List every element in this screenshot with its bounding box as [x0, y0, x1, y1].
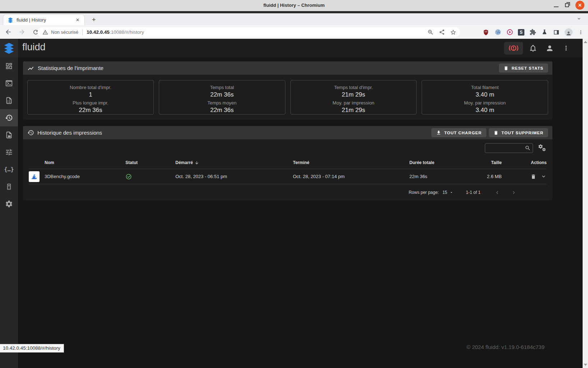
status-success-icon [125, 173, 132, 180]
forward-button[interactable] [17, 27, 27, 37]
extensions-puzzle-icon[interactable] [529, 29, 536, 36]
browser-toolbar: Non sécurisé 10.42.0.45:10088/#/history … [0, 25, 588, 39]
sidebar-item-system[interactable] [0, 178, 18, 195]
printer-stats-title: Statistiques de l'imprimante [38, 65, 104, 71]
row-started: Oct. 28, 2023 - 06:51 pm [175, 174, 293, 179]
notifications-bell-icon[interactable] [527, 42, 539, 55]
fluidd-sidebar: {…} [0, 57, 18, 368]
col-started[interactable]: Démarré [175, 160, 293, 165]
app-version-footer: © 2024 fluidd: v1.19.0-6184c739 [467, 344, 545, 350]
col-duration[interactable]: Durée totale [409, 160, 462, 165]
sidebar-item-timelapse[interactable] [0, 126, 18, 144]
delete-all-button[interactable]: TOUT SUPPRIMER [489, 128, 548, 137]
history-search[interactable] [485, 143, 533, 153]
ublock-extension-icon[interactable]: UO [482, 29, 490, 36]
s-extension-icon[interactable]: S [518, 29, 524, 36]
browser-tabstrip: fluidd | History ✕ + [0, 13, 588, 25]
print-history-title: Historique des impressions [37, 130, 102, 136]
back-button[interactable] [3, 27, 14, 37]
sidebar-item-history[interactable] [0, 109, 18, 126]
sidebar-item-settings[interactable] [0, 195, 18, 213]
search-icon [525, 145, 531, 151]
window-close-button[interactable]: ✕ [575, 1, 584, 10]
fluidd-appbar: fluidd [0, 39, 583, 57]
row-status [125, 173, 175, 180]
previous-page-chevron-icon[interactable] [493, 188, 501, 197]
tab-close-icon[interactable]: ✕ [74, 17, 81, 23]
address-bar[interactable]: Non sécurisé 10.42.0.45:10088/#/history [37, 27, 460, 37]
profile-avatar[interactable] [565, 28, 573, 36]
security-label[interactable]: Non sécurisé [51, 29, 78, 35]
globe-extension-icon[interactable] [494, 29, 501, 36]
stat-box-print-time: Temps total d'impr. 21m 29s Moy. par imp… [290, 80, 417, 115]
row-expand-chevron-icon[interactable] [541, 173, 547, 180]
scrollbar-up-arrow-icon[interactable] [584, 41, 587, 43]
flask-extension-icon[interactable] [541, 29, 548, 36]
sidebar-item-console[interactable] [0, 75, 18, 92]
table-pagination: Rows per page: 15 1-1 of 1 [23, 184, 552, 201]
printer-stats-header: Statistiques de l'imprimante RESET STATS [23, 61, 552, 75]
reset-stats-button[interactable]: RESET STATS [499, 64, 548, 73]
history-table-row[interactable]: 3DBenchy.gcode Oct. 28, 2023 - 06:51 pm … [29, 169, 547, 184]
row-duration: 22m 36s [409, 174, 462, 179]
dropdown-arrow-icon [449, 190, 454, 195]
col-finished[interactable]: Terminé [293, 160, 409, 165]
load-all-button[interactable]: TOUT CHARGER [431, 128, 486, 137]
sidebar-item-macros[interactable]: {…} [0, 161, 18, 178]
security-warning-icon[interactable] [42, 29, 48, 35]
window-restore-button[interactable] [565, 3, 569, 7]
print-history-card: Historique des impressions TOUT CHARGER … [23, 126, 552, 201]
share-icon[interactable] [439, 29, 445, 35]
url-text[interactable]: 10.42.0.45:10088/#/history [87, 29, 144, 35]
window-title: fluidd | History – Chromium [0, 3, 588, 8]
col-name[interactable]: Nom [45, 160, 125, 165]
col-status[interactable]: Statut [125, 160, 175, 165]
url-path: :10088/#/history [110, 29, 144, 35]
row-size: 2.6 MB [462, 174, 502, 179]
svg-text:UO: UO [484, 31, 487, 33]
history-toolbar [23, 139, 552, 157]
history-icon [27, 129, 34, 136]
video-extension-icon[interactable] [506, 29, 513, 36]
next-page-chevron-icon[interactable] [509, 188, 518, 197]
omnibox-divider [82, 29, 83, 35]
url-host: 10.42.0.45 [87, 29, 110, 35]
rows-per-page-label: Rows per page: [409, 190, 439, 195]
app-menu-kebab-icon[interactable] [560, 42, 573, 55]
pagination-range: 1-1 of 1 [466, 190, 481, 195]
row-name: 3DBenchy.gcode [45, 174, 125, 179]
browser-status-bar: 10.42.0.45:10088/#/history [0, 344, 64, 353]
sort-desc-arrow-icon [194, 160, 199, 165]
printer-stats-card: Statistiques de l'imprimante RESET STATS… [23, 61, 552, 120]
scrollbar-down-arrow-icon[interactable] [584, 364, 587, 366]
page-scrollbar[interactable] [583, 39, 588, 368]
browser-tab-active[interactable]: fluidd | History ✕ [3, 14, 85, 25]
tab-search-chevron-icon[interactable] [576, 16, 582, 21]
table-settings-cogs-icon[interactable] [538, 144, 547, 152]
tab-title: fluidd | History [17, 17, 74, 23]
user-account-icon[interactable] [543, 42, 556, 55]
row-delete-icon[interactable] [530, 174, 536, 180]
app-title: fluidd [22, 42, 46, 53]
bookmark-star-icon[interactable] [450, 29, 456, 36]
col-size[interactable]: Taille [462, 160, 502, 165]
window-titlebar[interactable]: fluidd | History – Chromium ✕ [0, 0, 588, 11]
sidebar-item-dashboard[interactable] [0, 57, 18, 75]
history-table: Nom Statut Démarré Terminé Durée totale … [23, 157, 552, 184]
stat-box-filament: Total filament 3.40 m Moy. par impressio… [422, 80, 548, 115]
rows-per-page-select[interactable]: 15 [442, 190, 454, 195]
fluidd-page: fluidd [0, 39, 583, 368]
sidebar-item-tune[interactable] [0, 144, 18, 161]
fluidd-logo-icon[interactable] [0, 39, 18, 57]
fluidd-favicon-icon [8, 17, 13, 23]
sidebar-item-jobs[interactable] [0, 92, 18, 109]
main-content: Statistiques de l'imprimante RESET STATS… [18, 57, 583, 368]
zoom-out-indicator-icon[interactable] [427, 29, 434, 36]
emergency-stop-button[interactable] [504, 42, 523, 55]
window-minimize-button[interactable] [554, 6, 559, 7]
new-tab-button[interactable]: + [89, 15, 98, 24]
search-input[interactable] [487, 145, 525, 151]
side-panel-icon[interactable] [553, 29, 560, 36]
history-table-header-row: Nom Statut Démarré Terminé Durée totale … [29, 157, 547, 169]
browser-menu-kebab-icon[interactable] [577, 29, 584, 36]
